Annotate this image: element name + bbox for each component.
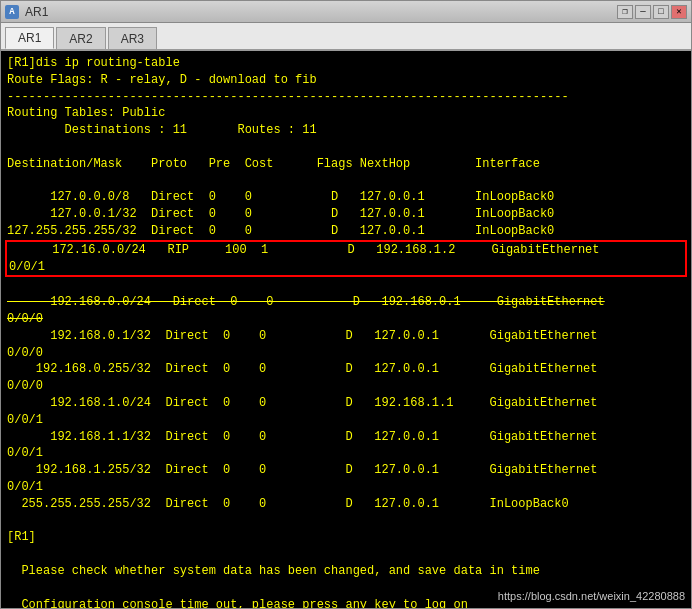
line-192-168-1-0: 192.168.1.0/24 Direct 0 0 D 192.168.1.1 … [7,396,598,410]
line-255-255: 255.255.255.255/32 Direct 0 0 D 127.0.0.… [7,497,569,511]
main-window: A AR1 ❐ — □ ✕ AR1 AR2 AR3 [R1]dis ip rou… [0,0,692,609]
line-192-168-1-255: 192.168.1.255/32 Direct 0 0 D 127.0.0.1 … [7,463,598,477]
watermark: https://blog.csdn.net/weixin_42280888 [498,589,685,604]
line-1: [R1]dis ip routing-table [7,56,180,70]
line-4: Routing Tables: Public [7,106,165,120]
title-bar: A AR1 ❐ — □ ✕ [1,1,691,23]
title-bar-left: A AR1 [5,5,48,19]
close-button[interactable]: ✕ [671,5,687,19]
line-192-168-1-1: 192.168.1.1/32 Direct 0 0 D 127.0.0.1 Gi… [7,430,598,444]
window-controls[interactable]: ❐ — □ ✕ [617,5,687,19]
line-cont-3: 0/0/1 [7,413,43,427]
line-3: ----------------------------------------… [7,90,569,104]
line-192-168-0: 192.168.0.0/24 Direct 0 0 D 192.168.0.1 … [7,295,605,309]
rip-route-highlight: 172.16.0.0/24 RIP 100 1 D 192.168.1.2 Gi… [5,240,687,278]
line-127-255: 127.255.255.255/32 Direct 0 0 D 127.0.0.… [7,224,554,238]
line-msg2: Configuration console time out, please p… [7,598,468,609]
line-5: Destinations : 11 Routes : 11 [7,123,317,137]
line-192-168-0-cont: 0/0/0 [7,312,43,326]
line-cont-5: 0/0/1 [7,480,43,494]
line-cont-1: 0/0/0 [7,346,43,360]
tab-ar1[interactable]: AR1 [5,27,54,49]
line-msg1: Please check whether system data has bee… [7,564,540,578]
line-192-168-0-255: 192.168.0.255/32 Direct 0 0 D 127.0.0.1 … [7,362,598,376]
line-2: Route Flags: R - relay, D - download to … [7,73,317,87]
line-192-168-0-1: 192.168.0.1/32 Direct 0 0 D 127.0.0.1 Gi… [7,329,598,343]
line-cont-4: 0/0/1 [7,446,43,460]
line-header: Destination/Mask Proto Pre Cost Flags Ne… [7,157,540,171]
restore-button[interactable]: ❐ [617,5,633,19]
tabs-bar: AR1 AR2 AR3 [1,23,691,51]
line-127-0: 127.0.0.0/8 Direct 0 0 D 127.0.0.1 InLoo… [7,190,554,204]
line-127-1: 127.0.0.1/32 Direct 0 0 D 127.0.0.1 InLo… [7,207,554,221]
terminal-content: [R1]dis ip routing-table Route Flags: R … [7,55,685,608]
tab-ar2[interactable]: AR2 [56,27,105,49]
app-icon: A [5,5,19,19]
minimize-button[interactable]: — [635,5,651,19]
tab-ar3[interactable]: AR3 [108,27,157,49]
maximize-button[interactable]: □ [653,5,669,19]
terminal-output[interactable]: [R1]dis ip routing-table Route Flags: R … [1,51,691,608]
line-cont-2: 0/0/0 [7,379,43,393]
line-r1-prompt: [R1] [7,530,36,544]
window-title: AR1 [25,5,48,19]
